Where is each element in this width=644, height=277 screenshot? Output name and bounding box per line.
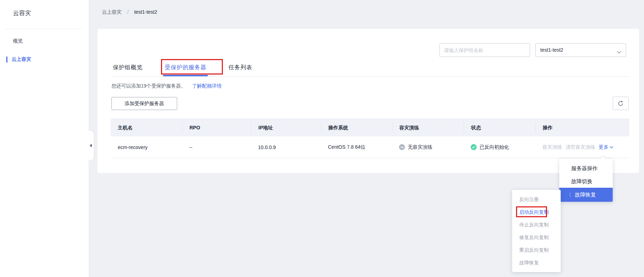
collapse-arrow-icon: [90, 144, 92, 147]
op-clear-drill-link[interactable]: 清空容灾演练: [566, 144, 595, 150]
submenu-item-start-reverse-replication[interactable]: 启动反向复制: [512, 206, 561, 218]
submenu-item-label: 启动反向复制: [519, 209, 549, 215]
cell-os: CentOS 7.8 64位: [321, 144, 392, 150]
table-row: ecm-recovery -- 10.0.0.9 CentOS 7.8 64位 …: [111, 136, 629, 158]
refresh-button[interactable]: [613, 97, 629, 110]
refresh-icon: [617, 100, 624, 107]
app-root: 云容灾 概览 云上容灾 云上容灾 / test1-test2 test1-tes…: [0, 0, 644, 277]
col-status: 状态: [464, 122, 535, 133]
cell-operation: 容灾演练 清空容灾演练 更多: [535, 144, 629, 150]
submenu-item-repair-reverse-replication[interactable]: 修复反向复制: [512, 231, 561, 244]
submenu-item-stop-reverse-replication[interactable]: 停止反向复制: [512, 218, 561, 231]
sidebar-title: 云容灾: [13, 9, 31, 17]
table-header: 主机名 RPO IP地址 操作系统 容灾演练 状态 操作: [111, 118, 629, 136]
quota-line: 您还可以添加19个受保护服务器。 了解配额详情: [111, 83, 221, 89]
col-rpo: RPO: [182, 122, 251, 133]
sidebar-item-overview[interactable]: 概览: [0, 37, 89, 46]
cell-drill: 无容灾演练: [392, 144, 464, 150]
sidebar-item-cloud-dr[interactable]: 云上容灾: [0, 56, 89, 64]
submenu-item-fault-recovery[interactable]: 故障恢复: [512, 256, 561, 269]
menu-item-server-operation[interactable]: 服务器操作: [559, 162, 613, 175]
sidebar: 云容灾 概览 云上容灾: [0, 0, 89, 277]
col-hostname: 主机名: [111, 122, 182, 133]
breadcrumb-current: test1-test2: [134, 9, 157, 15]
cell-rpo: --: [182, 144, 251, 150]
quota-details-link[interactable]: 了解配额详情: [192, 83, 221, 89]
op-drill-link[interactable]: 容灾演练: [542, 144, 562, 150]
menu-item-label: 故障恢复: [575, 192, 596, 198]
col-drill: 容灾演练: [392, 122, 464, 133]
sidebar-item-label: 云上容灾: [12, 56, 31, 63]
submenu-item-restart-reverse-replication[interactable]: 重启反向复制: [512, 244, 561, 256]
search-input[interactable]: [439, 43, 530, 57]
collapse-sidebar-handle[interactable]: [89, 131, 94, 160]
submenu-expand-left-icon: 〈: [566, 192, 571, 198]
fault-recovery-submenu: 反向注册 启动反向复制 停止反向复制 修复反向复制 重启反向复制 故障恢复: [512, 190, 561, 272]
breadcrumb-parent[interactable]: 云上容灾: [102, 9, 122, 15]
tab-bar: 保护组概览 受保护的服务器 任务列表: [111, 62, 271, 77]
col-ip: IP地址: [251, 122, 321, 133]
sidebar-divider: [5, 29, 82, 29]
tab-task-list[interactable]: 任务列表: [227, 62, 254, 76]
col-operation: 操作: [535, 122, 629, 133]
more-context-menu: 服务器操作 故障切换 〈 故障恢复: [559, 159, 613, 202]
select-value: test1-test2: [540, 47, 563, 53]
cell-hostname: ecm-recovery: [111, 144, 182, 150]
col-os: 操作系统: [321, 122, 392, 133]
check-circle-icon: [471, 144, 477, 150]
more-label: 更多: [599, 144, 608, 150]
tab-group-overview[interactable]: 保护组概览: [111, 62, 144, 76]
quota-text: 您还可以添加19个受保护服务器。: [111, 83, 186, 89]
breadcrumb-separator: /: [127, 9, 129, 15]
cell-status: 已反向初始化: [464, 144, 535, 150]
menu-item-fault-recovery[interactable]: 〈 故障恢复: [559, 188, 613, 202]
protection-group-select[interactable]: test1-test2: [535, 43, 626, 57]
chevron-down-icon: [617, 49, 622, 55]
tabs-divider: [111, 76, 629, 77]
status-text: 已反向初始化: [479, 144, 509, 150]
menu-item-failover[interactable]: 故障切换: [559, 175, 613, 188]
protected-servers-table: 主机名 RPO IP地址 操作系统 容灾演练 状态 操作 ecm-recover…: [111, 118, 629, 158]
main-card: test1-test2 保护组概览 受保护的服务器 任务列表 您还可以添加19个…: [97, 29, 639, 173]
cell-ip: 10.0.0.9: [251, 144, 321, 150]
more-dropdown-link[interactable]: 更多: [599, 144, 613, 150]
sidebar-item-label: 概览: [13, 38, 23, 44]
drill-text: 无容灾演练: [408, 144, 432, 150]
submenu-item-reverse-register[interactable]: 反向注册: [512, 193, 561, 206]
minus-circle-icon: [399, 144, 405, 150]
chevron-down-icon: [610, 146, 613, 149]
active-indicator-bar: [6, 57, 7, 63]
tab-protected-servers[interactable]: 受保护的服务器: [163, 62, 208, 76]
breadcrumb: 云上容灾 / test1-test2: [102, 8, 157, 15]
add-protected-server-button[interactable]: 添加受保护服务器: [111, 97, 177, 110]
